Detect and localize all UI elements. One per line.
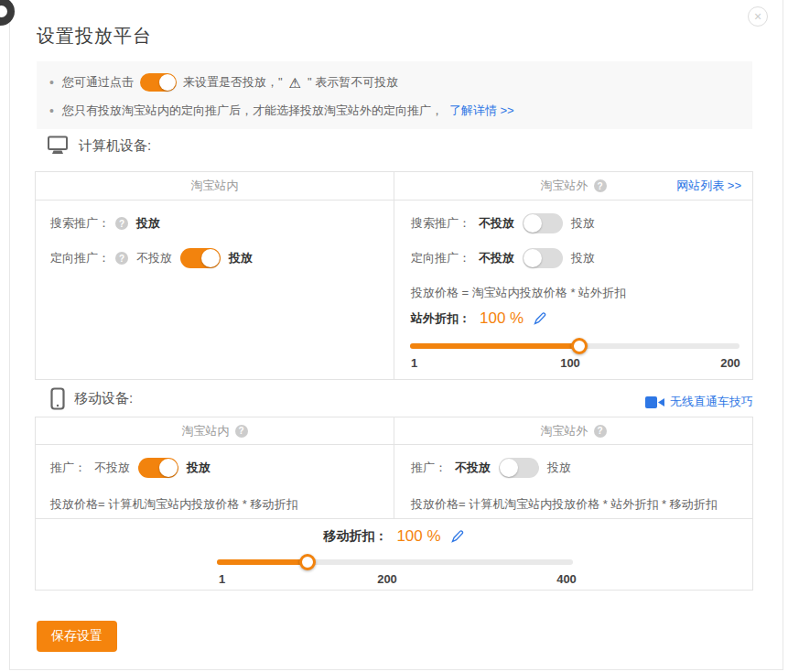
edit-pencil-icon[interactable] bbox=[450, 529, 465, 544]
mobile-table: 淘宝站内 ? 淘宝站外 ? 推广： 不投放 投放 投放价格= 计算机淘宝站内投放… bbox=[35, 417, 753, 591]
promo-label: 推广： bbox=[50, 460, 86, 476]
slider-fill bbox=[410, 343, 579, 349]
target-promo-label: 定向推广： bbox=[50, 250, 110, 266]
offsite-target-row: 定向推广： 不投放 投放 bbox=[411, 248, 595, 268]
help-icon[interactable]: ? bbox=[115, 252, 128, 265]
toggle-knob bbox=[201, 249, 220, 267]
notice-line1-mid: 来设置是否投放，" bbox=[183, 74, 283, 91]
onsite-target-row: 定向推广： ? 不投放 投放 bbox=[50, 248, 253, 268]
slider-min-label: 1 bbox=[411, 356, 417, 370]
onsite-search-row: 搜索推广： ? 投放 bbox=[50, 213, 160, 233]
wireless-tips[interactable]: 无线直通车技巧 bbox=[645, 394, 753, 410]
slider-mid-label: 200 bbox=[377, 572, 397, 586]
close-icon[interactable]: × bbox=[748, 6, 768, 27]
mobile-section-label: 移动设备: bbox=[74, 390, 133, 407]
mobile-section-header: 移动设备: bbox=[50, 387, 133, 410]
mobile-offsite-formula: 投放价格= 计算机淘宝站内投放价格 * 站外折扣 * 移动折扣 bbox=[411, 496, 718, 513]
offsite-discount-label: 站外折扣： bbox=[411, 310, 470, 327]
header-taobao-onsite: 淘宝站内 bbox=[36, 172, 394, 200]
target-on-label: 投放 bbox=[571, 250, 595, 266]
toggle-knob bbox=[159, 459, 178, 477]
mobile-discount-row: 移动折扣： 100 % bbox=[323, 525, 464, 548]
toggle-knob bbox=[524, 214, 542, 233]
offsite-discount-value: 100 % bbox=[480, 309, 524, 328]
header-taobao-offsite: 淘宝站外 ? bbox=[394, 417, 752, 444]
mobile-onsite-formula: 投放价格= 计算机淘宝站内投放价格 * 移动折扣 bbox=[50, 496, 298, 513]
help-icon[interactable]: ? bbox=[115, 217, 128, 230]
toggle-knob bbox=[159, 74, 176, 91]
offsite-discount-slider[interactable] bbox=[410, 343, 739, 349]
help-icon[interactable]: ? bbox=[594, 179, 607, 192]
offsite-search-toggle[interactable] bbox=[523, 213, 563, 233]
mobile-onsite-promo-row: 推广： 不投放 投放 bbox=[50, 458, 210, 478]
computer-table: 淘宝站内 淘宝站外 ? 网站列表 >> 搜索推广： ? 投放 定向推广： ? 不… bbox=[35, 171, 753, 380]
page: × 设置投放平台 • 您可通过点击 来设置是否投放，" ⚠ " 表示暂不可投放 … bbox=[0, 0, 788, 672]
header-label: 淘宝站外 bbox=[541, 178, 588, 194]
mobile-phone-icon bbox=[50, 387, 65, 410]
mobile-discount-value: 100 % bbox=[396, 527, 440, 546]
computer-section-header: 计算机设备: bbox=[46, 135, 151, 156]
computer-icon bbox=[46, 135, 70, 156]
promo-off-label: 不投放 bbox=[455, 460, 491, 476]
site-list-link[interactable]: 网站列表 >> bbox=[676, 178, 741, 194]
onsite-target-toggle[interactable] bbox=[180, 248, 221, 268]
notice-line2-text: 您只有投放淘宝站内的定向推广后，才能选择投放淘宝站外的定向推广， bbox=[62, 103, 443, 119]
toggle-demo-icon bbox=[140, 73, 177, 92]
toggle-knob bbox=[524, 249, 542, 267]
bullet-icon: • bbox=[49, 103, 54, 118]
slider-max-label: 200 bbox=[720, 356, 740, 370]
header-taobao-offsite: 淘宝站外 ? 网站列表 >> bbox=[394, 172, 752, 200]
slider-thumb[interactable] bbox=[299, 554, 316, 570]
warning-icon: ⚠ bbox=[289, 76, 301, 90]
save-button[interactable]: 保存设置 bbox=[37, 621, 117, 652]
slider-fill bbox=[217, 559, 308, 565]
offsite-target-toggle[interactable] bbox=[523, 248, 563, 268]
offsite-search-row: 搜索推广： 不投放 投放 bbox=[411, 213, 595, 233]
mobile-onsite-toggle[interactable] bbox=[138, 458, 178, 478]
header-label: 淘宝站内 bbox=[182, 423, 230, 439]
mobile-offsite-toggle[interactable] bbox=[499, 458, 539, 478]
notice-line1-end: " 表示暂不可投放 bbox=[308, 74, 398, 91]
search-promo-label: 搜索推广： bbox=[50, 215, 110, 232]
mobile-discount-slider[interactable] bbox=[217, 559, 573, 565]
mobile-offsite-cell: 推广： 不投放 投放 投放价格= 计算机淘宝站内投放价格 * 站外折扣 * 移动… bbox=[394, 445, 752, 518]
help-icon[interactable]: ? bbox=[594, 425, 607, 438]
slider-max-label: 400 bbox=[556, 572, 577, 586]
toggle-knob bbox=[500, 459, 518, 477]
search-promo-label: 搜索推广： bbox=[411, 215, 470, 232]
notice-line-1: • 您可通过点击 来设置是否投放，" ⚠ " 表示暂不可投放 bbox=[49, 70, 398, 94]
computer-offsite-cell: 搜索推广： 不投放 投放 定向推广： 不投放 投放 投放价格 = 淘宝站内投放价… bbox=[394, 201, 752, 379]
notice-box: • 您可通过点击 来设置是否投放，" ⚠ " 表示暂不可投放 • 您只有投放淘宝… bbox=[37, 61, 752, 129]
learn-more-link[interactable]: 了解详情 >> bbox=[449, 103, 514, 119]
offsite-price-formula: 投放价格 = 淘宝站内投放价格 * 站外折扣 bbox=[411, 285, 626, 301]
mobile-discount-label: 移动折扣： bbox=[323, 528, 387, 545]
header-taobao-onsite: 淘宝站内 ? bbox=[36, 417, 394, 444]
header-label: 淘宝站外 bbox=[541, 423, 588, 439]
slider-min-label: 1 bbox=[219, 572, 225, 586]
mobile-offsite-promo-row: 推广： 不投放 投放 bbox=[411, 458, 571, 478]
promo-on-label: 投放 bbox=[547, 460, 571, 476]
target-promo-label: 定向推广： bbox=[411, 250, 470, 266]
notice-line1-pre: 您可通过点击 bbox=[62, 74, 134, 91]
promo-off-label: 不投放 bbox=[94, 460, 130, 476]
notice-line-2: • 您只有投放淘宝站内的定向推广后，才能选择投放淘宝站外的定向推广， 了解详情 … bbox=[49, 99, 514, 123]
computer-table-header: 淘宝站内 淘宝站外 ? 网站列表 >> bbox=[36, 172, 752, 201]
bullet-icon: • bbox=[49, 75, 54, 90]
target-on-label: 投放 bbox=[229, 250, 253, 266]
header-label: 淘宝站内 bbox=[191, 178, 239, 194]
search-promo-state: 投放 bbox=[136, 215, 160, 232]
mobile-onsite-cell: 推广： 不投放 投放 投放价格= 计算机淘宝站内投放价格 * 移动折扣 bbox=[36, 445, 394, 518]
video-icon bbox=[645, 396, 664, 408]
help-icon[interactable]: ? bbox=[235, 425, 248, 438]
computer-onsite-cell: 搜索推广： ? 投放 定向推广： ? 不投放 投放 bbox=[36, 201, 394, 379]
edit-pencil-icon[interactable] bbox=[533, 311, 547, 326]
page-title: 设置投放平台 bbox=[37, 24, 152, 49]
slider-thumb[interactable] bbox=[571, 338, 588, 354]
badge-inner-dot bbox=[0, 5, 7, 17]
promo-on-label: 投放 bbox=[187, 460, 210, 476]
target-off-label: 不投放 bbox=[479, 250, 514, 266]
search-off-label: 不投放 bbox=[479, 215, 514, 232]
mobile-discount-area: 移动折扣： 100 % 1 200 400 bbox=[36, 518, 752, 590]
wireless-tips-link[interactable]: 无线直通车技巧 bbox=[670, 394, 753, 410]
search-on-label: 投放 bbox=[571, 215, 595, 232]
